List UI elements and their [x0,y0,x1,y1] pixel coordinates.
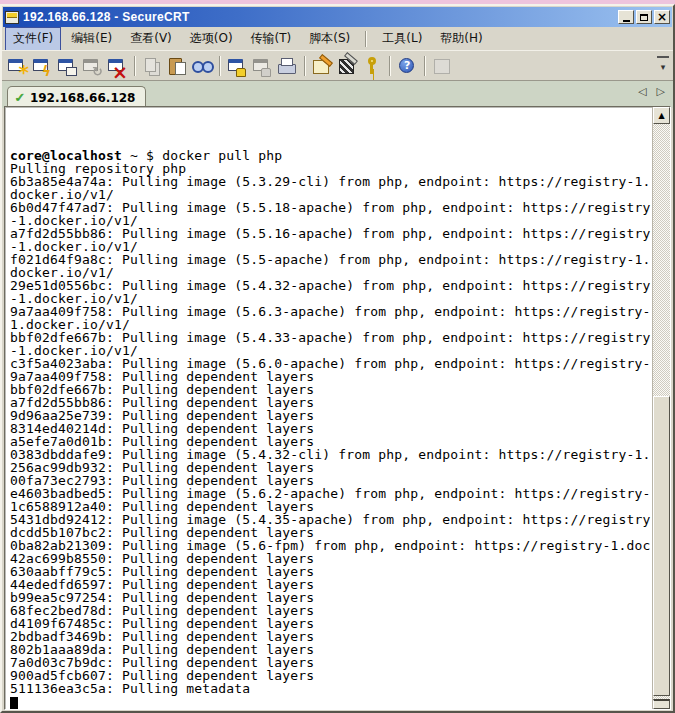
raw-log-icon [251,55,274,77]
terminal-output[interactable]: core@localhost ~ $ docker pull php Pulli… [5,107,652,709]
menu-item-transfer[interactable]: 传输(T) [243,27,300,51]
toolbar: ▾ [2,50,673,80]
vertical-scrollbar[interactable]: ▲ [652,107,670,709]
minimize-button[interactable] [618,10,634,24]
toolbar-overflow-chevron[interactable]: ▾ [657,56,669,72]
disconnect-icon[interactable] [106,55,129,77]
tab-scroll-left-icon[interactable]: ◁ [638,85,646,98]
menu-bar: 文件(F)编辑(E)查看(V)选项(O)传输(T)脚本(S)工具(L)帮助(H) [2,28,673,50]
app-icon [5,11,19,24]
session-tab-label: 192.168.66.128 [30,91,136,105]
copy-icon [141,55,164,77]
key-icon[interactable] [361,55,384,77]
connect-icon[interactable] [6,55,29,77]
log-session-icon[interactable] [226,55,249,77]
desktop: { "window": { "title": "192.168.66.128 -… [0,0,675,713]
terminal-cursor [10,697,18,709]
session-tab[interactable]: ✓ 192.168.66.128 [7,86,146,108]
terminal-log-lines: Pulling repository php 6b3a85e4a74a: Pul… [10,161,651,696]
toolbar-separator [389,56,391,76]
menu-item-tools[interactable]: 工具(L) [374,27,430,51]
toolbar-separator [219,56,221,76]
paste-icon[interactable] [166,55,189,77]
maximize-button[interactable] [636,10,652,24]
scroll-up-button[interactable]: ▲ [653,107,670,124]
minimize-icon [623,20,630,22]
menu-item-file[interactable]: 文件(F) [5,27,61,51]
close-icon: × [657,12,667,22]
quick-connect-icon[interactable] [31,55,54,77]
connected-check-icon: ✓ [14,90,25,105]
connect-tab-icon[interactable] [56,55,79,77]
close-button[interactable]: × [654,10,670,24]
title-bar[interactable]: 192.168.66.128 - SecureCRT × [3,7,672,27]
securecrt-window: 192.168.66.128 - SecureCRT × 文件(F)编辑(E)查… [0,4,675,713]
tab-scroll-right-icon[interactable]: ▷ [657,85,665,98]
menu-item-help[interactable]: 帮助(H) [432,27,490,51]
print-icon[interactable] [276,55,299,77]
web-help-icon [431,55,454,77]
menu-item-view[interactable]: 查看(V) [122,27,180,51]
toolbar-separator [134,56,136,76]
properties-icon[interactable] [311,55,334,77]
help-icon[interactable] [396,55,419,77]
scrollbar-thumb[interactable] [653,396,670,696]
find-icon[interactable] [191,55,214,77]
scroll-down-button[interactable] [653,699,670,709]
menu-item-options[interactable]: 选项(O) [182,27,241,51]
scrollbar-track[interactable] [653,124,670,699]
menu-item-edit[interactable]: 编辑(E) [63,27,120,51]
toolbar-separator [424,56,426,76]
menu-item-script[interactable]: 脚本(S) [301,27,358,51]
toolbar-separator [304,56,306,76]
window-title: 192.168.66.128 - SecureCRT [23,10,616,24]
reconnect-icon [81,55,104,77]
keymap-icon[interactable] [336,55,359,77]
maximize-icon [640,14,648,21]
tab-bar: ✓ 192.168.66.128 ◁ ▷ [2,80,673,108]
menu-separator [365,31,367,47]
terminal-area: core@localhost ~ $ docker pull php Pulli… [4,106,671,710]
